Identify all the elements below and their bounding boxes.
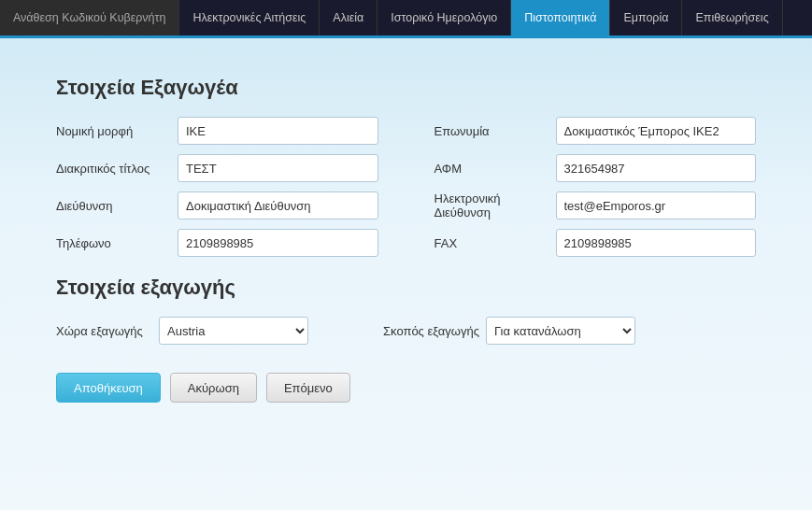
country-select[interactable]: AustriaGermanyFranceItalySpain [159, 317, 308, 345]
label-phone: Τηλέφωνο [56, 236, 178, 250]
cancel-button[interactable]: Ακύρωση [170, 373, 257, 403]
purpose-select[interactable]: Για κατανάλωσηΓια εμπορίαΆλλο [486, 317, 635, 345]
nav-item-assign[interactable]: Ανάθεση Κωδικού Κυβερνήτη [0, 0, 179, 35]
input-fax[interactable] [556, 229, 757, 257]
form-row-address: Διεύθυνση [56, 191, 378, 220]
label-email: Ηλεκτρονική Διεύθυνση [434, 191, 556, 220]
nav-item-certificates[interactable]: Πιστοποιητικά [511, 0, 610, 35]
nav-item-inspections[interactable]: Επιθεωρήσεις [682, 0, 782, 35]
nav-item-fishing[interactable]: Αλιεία [320, 0, 378, 35]
form-row-distinctive_title: Διακριτικός τίτλος [56, 154, 378, 182]
input-phone[interactable] [178, 229, 378, 257]
label-afm: ΑΦΜ [434, 162, 556, 176]
form-row-phone: Τηλέφωνο [56, 229, 378, 257]
nav-item-history[interactable]: Ιστορικό Ημερολόγιο [378, 0, 511, 35]
label-trade_name: Επωνυμία [434, 124, 556, 138]
main-nav: Ανάθεση Κωδικού ΚυβερνήτηΗλεκτρονικές Αι… [0, 0, 812, 35]
next-button[interactable]: Επόμενο [266, 373, 350, 403]
nav-item-electronic[interactable]: Ηλεκτρονικές Αιτήσεις [179, 0, 320, 35]
form-row-legal_form: Νομική μορφή [56, 117, 378, 145]
input-address[interactable] [178, 191, 378, 220]
input-trade_name[interactable] [556, 117, 757, 145]
purpose-field: Σκοπός εξαγωγής Για κατανάλωσηΓια εμπορί… [383, 317, 635, 345]
form-row-afm: ΑΦΜ [434, 154, 757, 182]
export-section: Στοιχεία εξαγωγής Χώρα εξαγωγής AustriaG… [56, 276, 756, 345]
form-row-trade_name: Επωνυμία [434, 117, 757, 145]
save-button[interactable]: Αποθήκευση [56, 373, 161, 403]
input-legal_form[interactable] [178, 117, 378, 145]
label-address: Διεύθυνση [56, 199, 178, 213]
input-afm[interactable] [556, 154, 757, 182]
country-label: Χώρα εξαγωγής [56, 324, 159, 338]
form-row-email: Ηλεκτρονική Διεύθυνση [434, 191, 757, 220]
export-heading: Στοιχεία εξαγωγής [56, 276, 756, 300]
main-content: Στοιχεία Εξαγωγέα Νομική μορφήΕπωνυμίαΔι… [0, 38, 812, 431]
exporter-form-grid: Νομική μορφήΕπωνυμίαΔιακριτικός τίτλοςΑΦ… [56, 117, 756, 257]
label-distinctive_title: Διακριτικός τίτλος [56, 162, 178, 176]
exporter-heading: Στοιχεία Εξαγωγέα [56, 76, 756, 100]
input-email[interactable] [556, 191, 757, 220]
purpose-label: Σκοπός εξαγωγής [383, 324, 486, 338]
form-row-fax: FAX [434, 229, 757, 257]
label-fax: FAX [434, 236, 556, 250]
nav-item-trade[interactable]: Εμπορία [610, 0, 682, 35]
country-field: Χώρα εξαγωγής AustriaGermanyFranceItalyS… [56, 317, 308, 345]
export-fields-grid: Χώρα εξαγωγής AustriaGermanyFranceItalyS… [56, 317, 756, 345]
input-distinctive_title[interactable] [178, 154, 378, 182]
buttons-row: Αποθήκευση Ακύρωση Επόμενο [56, 373, 756, 403]
label-legal_form: Νομική μορφή [56, 124, 178, 138]
